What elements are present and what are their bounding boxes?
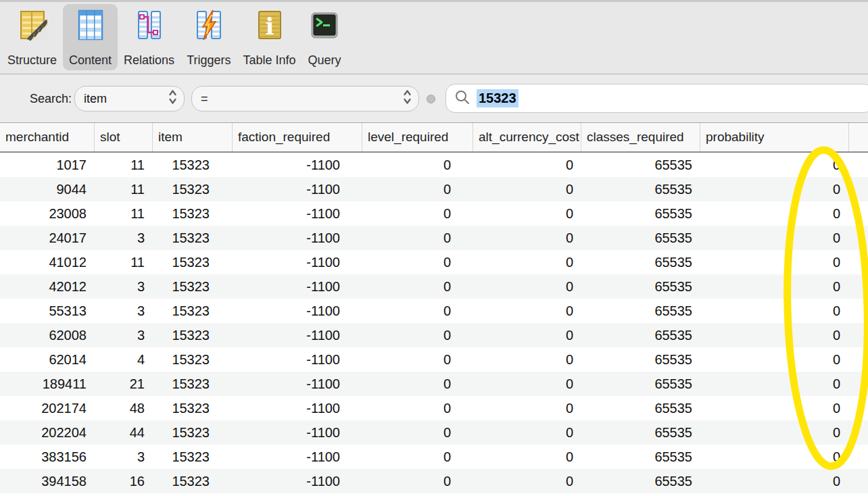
column-header-classes_required[interactable]: classes_required bbox=[581, 123, 700, 151]
table-cell[interactable]: 15323 bbox=[153, 347, 233, 372]
table-cell[interactable]: 65535 bbox=[581, 177, 700, 201]
table-cell[interactable]: 16 bbox=[95, 469, 153, 493]
table-cell[interactable]: 65535 bbox=[581, 274, 700, 299]
table-cell[interactable]: -1100 bbox=[233, 347, 362, 372]
table-cell[interactable]: 15323 bbox=[153, 250, 233, 274]
table-cell[interactable]: 0 bbox=[700, 445, 849, 469]
table-cell[interactable]: 3 bbox=[95, 226, 153, 250]
column-header-slot[interactable]: slot bbox=[95, 123, 153, 151]
table-cell[interactable]: -1100 bbox=[233, 274, 362, 299]
table-cell[interactable]: 23008 bbox=[0, 201, 95, 226]
table-cell[interactable]: -1100 bbox=[233, 226, 362, 250]
table-cell[interactable]: 189411 bbox=[0, 372, 95, 396]
table-cell[interactable]: 65535 bbox=[581, 372, 700, 396]
table-cell[interactable]: 1017 bbox=[0, 153, 95, 177]
table-cell[interactable]: -1100 bbox=[233, 372, 362, 396]
tab-content[interactable]: Content bbox=[63, 4, 118, 70]
table-row[interactable]: 55313315323-110000655350 bbox=[0, 299, 868, 323]
table-row[interactable]: 62014415323-110000655350 bbox=[0, 347, 868, 372]
table-cell[interactable]: -1100 bbox=[233, 153, 362, 177]
table-cell[interactable]: 11 bbox=[95, 177, 153, 201]
table-cell[interactable]: 383156 bbox=[0, 445, 95, 469]
table-cell[interactable]: 0 bbox=[700, 396, 849, 420]
table-cell[interactable]: -1100 bbox=[233, 396, 362, 420]
tab-query[interactable]: Query bbox=[302, 4, 347, 70]
table-cell[interactable]: 65535 bbox=[581, 469, 700, 493]
table-cell[interactable]: 65535 bbox=[581, 250, 700, 274]
table-row[interactable]: 90441115323-110000655350 bbox=[0, 177, 868, 201]
table-cell[interactable]: 15323 bbox=[153, 469, 233, 493]
table-row[interactable]: 1894112115323-110000655350 bbox=[0, 372, 868, 396]
table-cell[interactable]: 15323 bbox=[153, 177, 233, 201]
table-cell[interactable]: -1100 bbox=[233, 420, 362, 445]
table-cell[interactable]: 3 bbox=[95, 323, 153, 347]
table-cell[interactable]: 15323 bbox=[153, 445, 233, 469]
table-cell[interactable]: -1100 bbox=[233, 445, 362, 469]
tab-triggers[interactable]: Triggers bbox=[180, 4, 237, 70]
table-cell[interactable]: 0 bbox=[473, 323, 581, 347]
table-cell[interactable]: -1100 bbox=[233, 201, 362, 226]
table-cell[interactable]: 65535 bbox=[581, 420, 700, 445]
table-cell[interactable]: 65535 bbox=[581, 347, 700, 372]
table-row[interactable]: 24017315323-110000655350 bbox=[0, 226, 868, 250]
table-cell[interactable]: 0 bbox=[473, 396, 581, 420]
table-row[interactable]: 2021744815323-110000655350 bbox=[0, 396, 868, 420]
table-cell[interactable]: 4 bbox=[95, 347, 153, 372]
table-cell[interactable]: 0 bbox=[700, 420, 849, 445]
table-cell[interactable]: 0 bbox=[700, 299, 849, 323]
table-cell[interactable]: 11 bbox=[95, 153, 153, 177]
tab-relations[interactable]: Relations bbox=[118, 4, 180, 70]
table-cell[interactable]: 0 bbox=[473, 201, 581, 226]
column-header-merchantid[interactable]: merchantid bbox=[0, 123, 95, 151]
table-cell[interactable]: 0 bbox=[700, 226, 849, 250]
table-cell[interactable]: 0 bbox=[362, 274, 473, 299]
table-row[interactable]: 230081115323-110000655350 bbox=[0, 201, 868, 226]
column-header-faction_required[interactable]: faction_required bbox=[233, 123, 362, 151]
table-row[interactable]: 10171115323-110000655350 bbox=[0, 153, 868, 177]
table-cell[interactable]: 0 bbox=[362, 226, 473, 250]
table-cell[interactable]: 65535 bbox=[581, 299, 700, 323]
table-cell[interactable]: 0 bbox=[362, 153, 473, 177]
search-field-dropdown[interactable]: item bbox=[74, 86, 185, 111]
table-cell[interactable]: 65535 bbox=[581, 226, 700, 250]
column-header-alt_currency_cost[interactable]: alt_currency_cost bbox=[473, 123, 581, 151]
table-cell[interactable]: 11 bbox=[95, 201, 153, 226]
table-cell[interactable]: 0 bbox=[362, 372, 473, 396]
table-cell[interactable]: 65535 bbox=[581, 445, 700, 469]
table-cell[interactable]: 0 bbox=[473, 469, 581, 493]
table-cell[interactable]: 15323 bbox=[153, 226, 233, 250]
table-cell[interactable]: 0 bbox=[700, 201, 849, 226]
table-cell[interactable]: 55313 bbox=[0, 299, 95, 323]
table-cell[interactable]: 65535 bbox=[581, 323, 700, 347]
search-operator-dropdown[interactable]: = bbox=[191, 86, 419, 111]
table-cell[interactable]: 394158 bbox=[0, 469, 95, 493]
table-cell[interactable]: 42012 bbox=[0, 274, 95, 299]
table-row[interactable]: 410121115323-110000655350 bbox=[0, 250, 868, 274]
table-cell[interactable]: 0 bbox=[473, 250, 581, 274]
table-cell[interactable]: 0 bbox=[362, 299, 473, 323]
table-row[interactable]: 3941581615323-110000655350 bbox=[0, 469, 868, 493]
table-cell[interactable]: 0 bbox=[473, 177, 581, 201]
table-cell[interactable]: 15323 bbox=[153, 323, 233, 347]
table-cell[interactable]: 15323 bbox=[153, 153, 233, 177]
table-cell[interactable]: 41012 bbox=[0, 250, 95, 274]
table-cell[interactable]: 0 bbox=[362, 201, 473, 226]
table-cell[interactable]: 0 bbox=[473, 299, 581, 323]
table-cell[interactable]: 202204 bbox=[0, 420, 95, 445]
table-cell[interactable]: -1100 bbox=[233, 299, 362, 323]
table-cell[interactable]: 0 bbox=[700, 250, 849, 274]
table-cell[interactable]: 0 bbox=[362, 396, 473, 420]
table-cell[interactable]: 0 bbox=[473, 153, 581, 177]
table-cell[interactable]: 0 bbox=[700, 372, 849, 396]
table-cell[interactable]: 0 bbox=[700, 153, 849, 177]
table-cell[interactable]: 15323 bbox=[153, 201, 233, 226]
table-cell[interactable]: 0 bbox=[473, 445, 581, 469]
table-cell[interactable]: 9044 bbox=[0, 177, 95, 201]
table-cell[interactable]: 202174 bbox=[0, 396, 95, 420]
table-cell[interactable]: 3 bbox=[95, 299, 153, 323]
table-cell[interactable]: 0 bbox=[362, 420, 473, 445]
table-cell[interactable]: 15323 bbox=[153, 372, 233, 396]
table-cell[interactable]: 62008 bbox=[0, 323, 95, 347]
search-input[interactable]: 15323 bbox=[445, 84, 868, 113]
tab-structure[interactable]: Structure bbox=[1, 4, 63, 70]
